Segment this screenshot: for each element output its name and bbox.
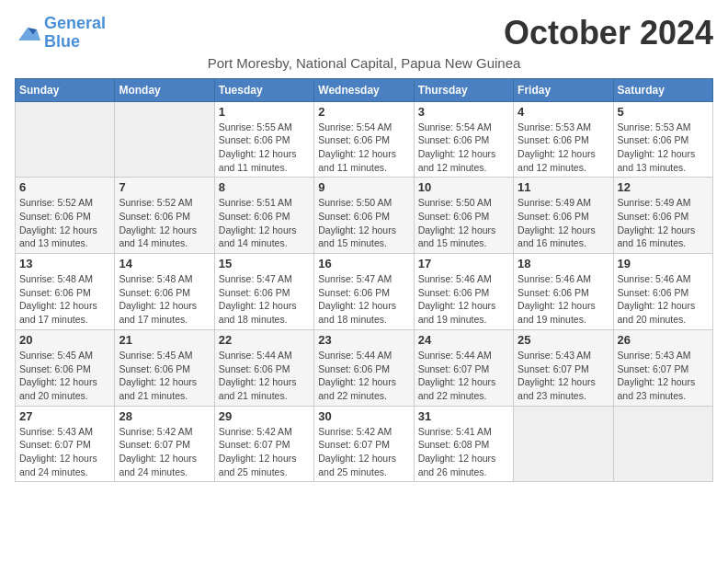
day-info: Sunrise: 5:43 AM Sunset: 6:07 PM Dayligh… <box>518 349 609 403</box>
month-title: October 2024 <box>504 15 713 52</box>
calendar-cell: 4Sunrise: 5:53 AM Sunset: 6:06 PM Daylig… <box>514 101 613 178</box>
calendar-cell: 7Sunrise: 5:52 AM Sunset: 6:06 PM Daylig… <box>115 178 214 254</box>
day-number: 28 <box>119 409 210 423</box>
day-number: 4 <box>518 105 609 119</box>
calendar-cell <box>613 406 712 482</box>
calendar-cell <box>514 406 613 482</box>
day-info: Sunrise: 5:46 AM Sunset: 6:06 PM Dayligh… <box>518 272 609 327</box>
calendar-header: SundayMondayTuesdayWednesdayThursdayFrid… <box>16 78 713 101</box>
day-number: 16 <box>318 257 409 270</box>
day-number: 15 <box>219 257 310 270</box>
day-info: Sunrise: 5:50 AM Sunset: 6:06 PM Dayligh… <box>318 196 409 250</box>
day-number: 22 <box>219 333 310 347</box>
day-info: Sunrise: 5:54 AM Sunset: 6:06 PM Dayligh… <box>318 121 409 175</box>
calendar-cell: 14Sunrise: 5:48 AM Sunset: 6:06 PM Dayli… <box>115 254 214 330</box>
day-number: 9 <box>318 180 409 194</box>
title-area: October 2024 <box>504 15 713 52</box>
calendar-cell: 20Sunrise: 5:45 AM Sunset: 6:06 PM Dayli… <box>16 329 115 406</box>
day-number: 23 <box>318 333 409 347</box>
calendar-cell: 18Sunrise: 5:46 AM Sunset: 6:06 PM Dayli… <box>514 254 613 330</box>
subtitle: Port Moresby, National Capital, Papua Ne… <box>15 55 713 71</box>
day-info: Sunrise: 5:47 AM Sunset: 6:06 PM Dayligh… <box>219 272 310 327</box>
calendar-row: 13Sunrise: 5:48 AM Sunset: 6:06 PM Dayli… <box>16 254 713 330</box>
calendar-cell: 11Sunrise: 5:49 AM Sunset: 6:06 PM Dayli… <box>514 178 613 254</box>
calendar-cell: 19Sunrise: 5:46 AM Sunset: 6:06 PM Dayli… <box>613 254 712 330</box>
calendar-cell: 21Sunrise: 5:45 AM Sunset: 6:06 PM Dayli… <box>115 329 214 406</box>
day-info: Sunrise: 5:44 AM Sunset: 6:06 PM Dayligh… <box>318 349 409 403</box>
day-number: 5 <box>618 105 709 119</box>
day-info: Sunrise: 5:51 AM Sunset: 6:06 PM Dayligh… <box>219 196 310 250</box>
day-number: 10 <box>418 180 509 194</box>
calendar-cell: 31Sunrise: 5:41 AM Sunset: 6:08 PM Dayli… <box>414 406 513 482</box>
day-info: Sunrise: 5:48 AM Sunset: 6:06 PM Dayligh… <box>119 272 210 327</box>
day-info: Sunrise: 5:46 AM Sunset: 6:06 PM Dayligh… <box>618 272 709 327</box>
day-info: Sunrise: 5:52 AM Sunset: 6:06 PM Dayligh… <box>119 196 210 250</box>
day-number: 18 <box>518 257 609 270</box>
day-number: 6 <box>19 180 110 194</box>
calendar-cell: 24Sunrise: 5:44 AM Sunset: 6:07 PM Dayli… <box>414 329 513 406</box>
calendar-cell: 13Sunrise: 5:48 AM Sunset: 6:06 PM Dayli… <box>16 254 115 330</box>
calendar-cell: 25Sunrise: 5:43 AM Sunset: 6:07 PM Dayli… <box>514 329 613 406</box>
day-number: 1 <box>219 105 310 119</box>
calendar-cell: 12Sunrise: 5:49 AM Sunset: 6:06 PM Dayli… <box>613 178 712 254</box>
calendar-cell: 2Sunrise: 5:54 AM Sunset: 6:06 PM Daylig… <box>314 101 414 178</box>
weekday-header: Sunday <box>16 78 115 101</box>
calendar-row: 1Sunrise: 5:55 AM Sunset: 6:06 PM Daylig… <box>16 101 713 178</box>
calendar-cell: 23Sunrise: 5:44 AM Sunset: 6:06 PM Dayli… <box>314 329 414 406</box>
day-number: 19 <box>618 257 709 270</box>
day-number: 13 <box>19 257 110 270</box>
calendar-cell: 9Sunrise: 5:50 AM Sunset: 6:06 PM Daylig… <box>314 178 414 254</box>
day-number: 3 <box>418 105 509 119</box>
calendar-cell <box>115 101 214 178</box>
day-info: Sunrise: 5:54 AM Sunset: 6:06 PM Dayligh… <box>418 121 509 175</box>
day-number: 2 <box>318 105 409 119</box>
day-info: Sunrise: 5:49 AM Sunset: 6:06 PM Dayligh… <box>518 196 609 250</box>
weekday-header: Thursday <box>414 78 513 101</box>
day-info: Sunrise: 5:45 AM Sunset: 6:06 PM Dayligh… <box>119 349 210 403</box>
calendar-row: 27Sunrise: 5:43 AM Sunset: 6:07 PM Dayli… <box>16 406 713 482</box>
day-info: Sunrise: 5:49 AM Sunset: 6:06 PM Dayligh… <box>618 196 709 250</box>
weekday-header: Saturday <box>613 78 712 101</box>
day-number: 11 <box>518 180 609 194</box>
calendar-cell: 3Sunrise: 5:54 AM Sunset: 6:06 PM Daylig… <box>414 101 513 178</box>
weekday-header: Wednesday <box>314 78 414 101</box>
calendar-cell: 15Sunrise: 5:47 AM Sunset: 6:06 PM Dayli… <box>214 254 313 330</box>
calendar-cell: 5Sunrise: 5:53 AM Sunset: 6:06 PM Daylig… <box>613 101 712 178</box>
weekday-header: Tuesday <box>214 78 313 101</box>
day-number: 7 <box>119 180 210 194</box>
day-info: Sunrise: 5:52 AM Sunset: 6:06 PM Dayligh… <box>19 196 110 250</box>
calendar-cell: 30Sunrise: 5:42 AM Sunset: 6:07 PM Dayli… <box>314 406 414 482</box>
day-number: 26 <box>618 333 709 347</box>
day-info: Sunrise: 5:42 AM Sunset: 6:07 PM Dayligh… <box>119 425 210 479</box>
day-number: 21 <box>119 333 210 347</box>
day-number: 8 <box>219 180 310 194</box>
calendar-cell: 26Sunrise: 5:43 AM Sunset: 6:07 PM Dayli… <box>613 329 712 406</box>
day-info: Sunrise: 5:45 AM Sunset: 6:06 PM Dayligh… <box>19 349 110 403</box>
day-number: 20 <box>19 333 110 347</box>
page-header: General Blue October 2024 <box>15 15 713 52</box>
logo: General Blue <box>15 15 106 52</box>
day-number: 29 <box>219 409 310 423</box>
day-info: Sunrise: 5:43 AM Sunset: 6:07 PM Dayligh… <box>19 425 110 479</box>
day-number: 31 <box>418 409 509 423</box>
calendar-cell: 28Sunrise: 5:42 AM Sunset: 6:07 PM Dayli… <box>115 406 214 482</box>
calendar-cell: 16Sunrise: 5:47 AM Sunset: 6:06 PM Dayli… <box>314 254 414 330</box>
calendar-row: 20Sunrise: 5:45 AM Sunset: 6:06 PM Dayli… <box>16 329 713 406</box>
day-info: Sunrise: 5:53 AM Sunset: 6:06 PM Dayligh… <box>618 121 709 175</box>
day-info: Sunrise: 5:46 AM Sunset: 6:06 PM Dayligh… <box>418 272 509 327</box>
day-number: 27 <box>19 409 110 423</box>
calendar-cell: 6Sunrise: 5:52 AM Sunset: 6:06 PM Daylig… <box>16 178 115 254</box>
header-row: SundayMondayTuesdayWednesdayThursdayFrid… <box>16 78 713 101</box>
calendar-cell: 22Sunrise: 5:44 AM Sunset: 6:06 PM Dayli… <box>214 329 313 406</box>
day-info: Sunrise: 5:48 AM Sunset: 6:06 PM Dayligh… <box>19 272 110 327</box>
day-info: Sunrise: 5:44 AM Sunset: 6:06 PM Dayligh… <box>219 349 310 403</box>
day-number: 24 <box>418 333 509 347</box>
day-info: Sunrise: 5:44 AM Sunset: 6:07 PM Dayligh… <box>418 349 509 403</box>
calendar-body: 1Sunrise: 5:55 AM Sunset: 6:06 PM Daylig… <box>16 101 713 482</box>
calendar-table: SundayMondayTuesdayWednesdayThursdayFrid… <box>15 78 713 483</box>
weekday-header: Monday <box>115 78 214 101</box>
day-info: Sunrise: 5:42 AM Sunset: 6:07 PM Dayligh… <box>219 425 310 479</box>
logo-text: General Blue <box>44 15 106 52</box>
weekday-header: Friday <box>514 78 613 101</box>
calendar-cell: 10Sunrise: 5:50 AM Sunset: 6:06 PM Dayli… <box>414 178 513 254</box>
